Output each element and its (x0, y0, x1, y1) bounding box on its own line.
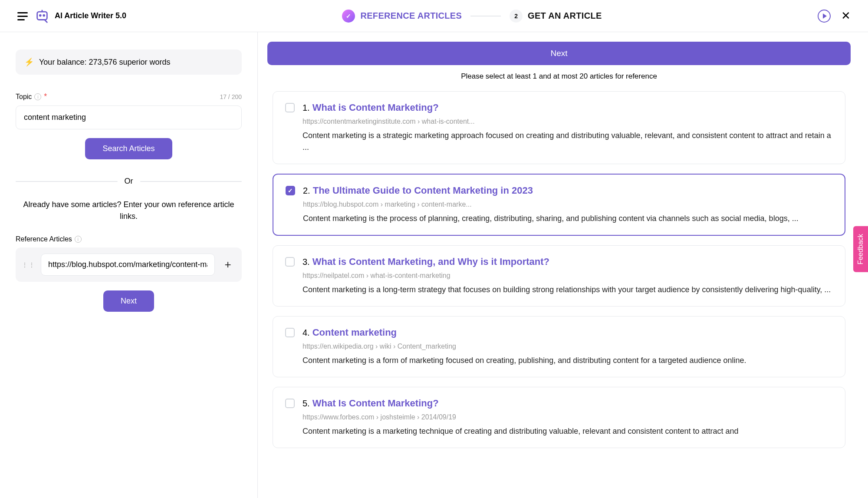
result-url: https://contentmarketinginstitute.com › … (302, 118, 833, 125)
result-url: https://blog.hubspot.com › marketing › c… (303, 201, 832, 208)
result-checkbox[interactable] (285, 103, 295, 112)
play-icon[interactable] (818, 10, 831, 23)
step-number-badge: 2 (510, 10, 523, 23)
required-asterisk: * (44, 92, 47, 101)
svg-rect-0 (37, 12, 47, 20)
result-title[interactable]: The Ultimate Guide to Content Marketing … (313, 185, 533, 196)
result-checkbox[interactable] (285, 257, 295, 267)
result-checkbox[interactable] (285, 328, 295, 337)
drag-handle-icon[interactable]: ⋮⋮ (22, 261, 36, 268)
or-text: Or (125, 177, 133, 186)
result-title[interactable]: What is Content Marketing, and Why is it… (312, 256, 549, 267)
result-card[interactable]: 4. Content marketing https://en.wikipedi… (273, 316, 845, 377)
step-divider (470, 16, 501, 16)
step-get-article[interactable]: 2 GET AN ARTICLE (510, 10, 602, 23)
sidebar-next-button[interactable]: Next (103, 290, 154, 312)
help-text: Already have some articles? Enter your o… (16, 199, 242, 222)
result-checkbox[interactable] (286, 186, 295, 195)
result-number: 3. (302, 257, 310, 267)
menu-icon[interactable] (17, 12, 28, 20)
reference-articles-label: Reference Articles i (16, 235, 242, 243)
info-icon[interactable]: i (34, 93, 41, 100)
result-checkbox[interactable] (285, 399, 295, 408)
check-icon: ✓ (342, 10, 355, 23)
step-label: REFERENCE ARTICLES (360, 11, 462, 21)
app-title: AI Article Writer 5.0 (55, 11, 126, 20)
search-articles-button[interactable]: Search Articles (85, 138, 172, 159)
topic-label: Topic i * (16, 92, 47, 101)
result-description: Content marketing is a marketing techniq… (302, 425, 833, 437)
result-title[interactable]: What is Content Marketing? (312, 102, 439, 113)
result-number: 2. (303, 186, 310, 196)
divider-line (16, 181, 118, 182)
step-reference-articles[interactable]: ✓ REFERENCE ARTICLES (342, 10, 462, 23)
balance-text: Your balance: 273,576 superior words (39, 58, 171, 67)
char-counter: 17 / 200 (220, 93, 242, 100)
divider-line (140, 181, 242, 182)
bolt-icon: ⚡ (24, 57, 34, 67)
result-number: 5. (302, 399, 310, 409)
result-title[interactable]: What Is Content Marketing? (312, 398, 439, 409)
svg-point-2 (43, 15, 45, 16)
result-description: Content marketing is a form of marketing… (302, 355, 833, 366)
result-description: Content marketing is the process of plan… (303, 213, 832, 224)
selection-hint: Please select at least 1 and at most 20 … (267, 72, 851, 81)
step-label: GET AN ARTICLE (528, 11, 602, 21)
result-card[interactable]: 5. What Is Content Marketing? https://ww… (273, 387, 845, 448)
close-icon[interactable]: ✕ (841, 9, 851, 23)
result-url: https://neilpatel.com › what-is-content-… (302, 272, 833, 280)
result-url: https://www.forbes.com › joshsteimle › 2… (302, 413, 833, 421)
result-description: Content marketing is a long-term strateg… (302, 284, 833, 296)
reference-url-input[interactable] (41, 254, 215, 276)
result-number: 1. (302, 103, 310, 113)
result-url: https://en.wikipedia.org › wiki › Conten… (302, 343, 833, 350)
topic-input[interactable] (16, 106, 242, 129)
info-icon[interactable]: i (75, 236, 82, 243)
balance-box: ⚡ Your balance: 273,576 superior words (16, 49, 242, 75)
app-logo-icon (35, 9, 49, 23)
feedback-tab[interactable]: Feedback (853, 226, 868, 272)
result-title[interactable]: Content marketing (312, 327, 397, 338)
result-card[interactable]: 3. What is Content Marketing, and Why is… (273, 245, 845, 307)
result-card[interactable]: 2. The Ultimate Guide to Content Marketi… (273, 174, 845, 236)
next-button[interactable]: Next (267, 42, 851, 65)
result-number: 4. (302, 328, 310, 338)
svg-point-1 (39, 15, 41, 16)
result-description: Content marketing is a strategic marketi… (302, 130, 833, 153)
add-icon[interactable]: + (220, 257, 236, 273)
result-card[interactable]: 1. What is Content Marketing? https://co… (273, 91, 845, 164)
